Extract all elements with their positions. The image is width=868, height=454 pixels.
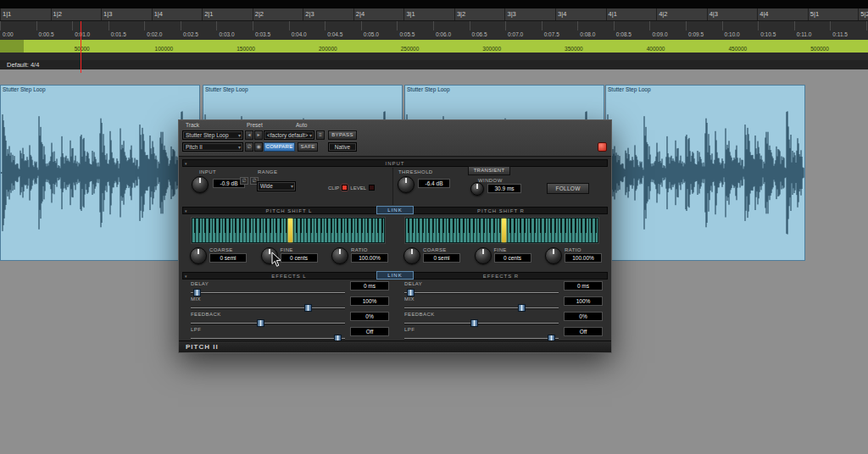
collapse-icon[interactable]: ▾ [185,208,187,214]
coarse-value-r[interactable]: 0 semi [423,253,460,263]
lpf-label: LPF [191,327,201,332]
slider-handle[interactable] [470,319,478,327]
ratio-value-r[interactable]: 100.00% [565,253,602,263]
time-label: 0:08.5 [616,31,632,37]
collapse-icon[interactable]: ▾ [185,273,187,280]
plugin-automation-icon[interactable]: ∅ [245,142,253,152]
slider-track [191,323,345,324]
feedback-value-l[interactable]: 0% [350,312,389,321]
coarse-value-l[interactable]: 0 semi [209,253,247,263]
plugin-selector-value: Pitch II [186,144,203,150]
window-knob[interactable] [470,182,484,196]
key-focus-icon[interactable]: ◉ [254,142,263,152]
track-section-label: Track [186,122,199,128]
pitch-marker-left[interactable] [288,219,292,242]
time-label: 0:05.5 [399,31,415,37]
delay-slider-r[interactable] [404,290,559,296]
level-label: LEVEL [350,185,366,191]
mix-value-l[interactable]: 100% [350,296,389,306]
bypass-button[interactable]: BYPASS [328,130,357,140]
bar-label: 3|2 [457,10,465,18]
plugin-format-selector[interactable]: Native [328,142,357,152]
sample-label: 150000 [236,46,255,52]
mix-label: MIX [191,296,201,302]
lpf-value-l[interactable]: Off [350,327,389,336]
delay-label: DELAY [191,281,209,286]
threshold-value[interactable]: -6.4 dB [418,179,450,188]
coarse-group-r: COARSE0 semi [403,247,460,264]
window-top-bar [0,0,868,8]
transient-button[interactable]: TRANSIENT [468,166,510,175]
coarse-knob-l[interactable] [190,247,207,264]
mix-value-r[interactable]: 100% [564,296,603,306]
slider-handle[interactable] [407,289,415,296]
phase-invert-left-icon[interactable]: ∅ [240,177,248,185]
mix-row-r: MIX100% [404,296,603,312]
pitch-keyboard-left[interactable] [191,217,386,244]
input-section-bar[interactable]: ▾ INPUT [182,159,608,167]
coarse-label: COARSE [209,247,247,252]
sample-label: 400000 [647,46,665,52]
prev-insert-icon[interactable]: ◂ [245,130,253,140]
plugin-target-button[interactable] [598,142,607,152]
effects-channel-right: DELAY0 msMIX100%FEEDBACK0%LPFOff [404,281,603,342]
samples-ruler[interactable]: 5000010000015000020000025000030000035000… [0,40,868,53]
slider-handle[interactable] [304,304,312,312]
collapse-icon[interactable]: ▾ [185,160,187,167]
time-label: 0:04.0 [292,31,307,37]
feedback-value-r[interactable]: 0% [564,312,603,321]
threshold-knob[interactable] [398,176,415,193]
fine-value-l[interactable]: 0 cents [281,253,318,263]
ratio-knob-r[interactable] [545,247,562,264]
safe-button[interactable]: SAFE [298,142,318,152]
pitch-marker-right[interactable] [502,219,506,242]
delay-slider-l[interactable] [191,290,345,296]
audio-clip[interactable]: Stutter Step Loop [0,85,200,261]
meters-legend: CLIP LEVEL [328,185,375,191]
effects-left-title: EFFECTS L [183,273,395,279]
bar-label: 1|3 [103,10,112,18]
slider-handle[interactable] [257,319,264,327]
audio-clip[interactable]: Stutter Step Loop [605,85,805,261]
mix-slider-r[interactable] [404,305,559,312]
coarse-knob-r[interactable] [403,247,420,264]
bar-label: 4|2 [659,10,667,18]
bar-label: 2|2 [255,10,264,18]
effects-link-button[interactable]: LINK [376,271,414,280]
librarian-menu-icon[interactable]: ≡ [316,130,325,140]
pitch-keyboard-right[interactable] [404,217,599,244]
bar-label: 1|2 [53,10,62,18]
feedback-slider-l[interactable] [191,320,345,327]
compare-button[interactable]: COMPARE [264,142,295,152]
fine-value-r[interactable]: 0 cents [494,253,531,263]
feedback-row-l: FEEDBACK0% [191,312,389,327]
bar-label: 2|1 [204,10,213,18]
clip-name-label: Stutter Step Loop [205,86,248,92]
plugin-selector[interactable]: Pitch II ▾ [182,142,243,152]
sample-label: 100000 [155,46,174,52]
feedback-slider-r[interactable] [404,320,559,327]
follow-button[interactable]: FOLLOW [547,183,589,194]
delay-value-l[interactable]: 0 ms [350,281,389,291]
next-insert-icon[interactable]: ▸ [254,130,263,140]
lpf-value-r[interactable]: Off [564,327,603,336]
slider-handle[interactable] [518,304,526,312]
fine-knob-r[interactable] [475,247,492,264]
bar-label: 5|2 [860,10,868,18]
window-value[interactable]: 30.9 ms [487,184,521,193]
playhead-cursor[interactable] [81,21,81,73]
input-gain-knob[interactable] [192,176,209,193]
slider-handle[interactable] [193,289,201,296]
fine-group-r: FINE0 cents [475,247,531,264]
lpf-label: LPF [404,327,415,332]
pitch-link-button[interactable]: LINK [376,206,414,214]
ratio-knob-l[interactable] [331,247,348,264]
mix-slider-l[interactable] [191,305,345,312]
track-selector[interactable]: Stutter Step Loop ▾ [182,130,243,140]
range-selector[interactable]: Wide ▾ [257,181,296,191]
delay-value-r[interactable]: 0 ms [564,281,603,291]
bars-beats-ruler[interactable]: 1|11|21|31|42|12|22|32|43|13|23|33|44|14… [0,8,868,21]
ratio-value-l[interactable]: 100.00% [351,253,388,263]
mouse-cursor [271,252,281,268]
preset-selector[interactable]: <factory default> ▾ [264,130,314,140]
